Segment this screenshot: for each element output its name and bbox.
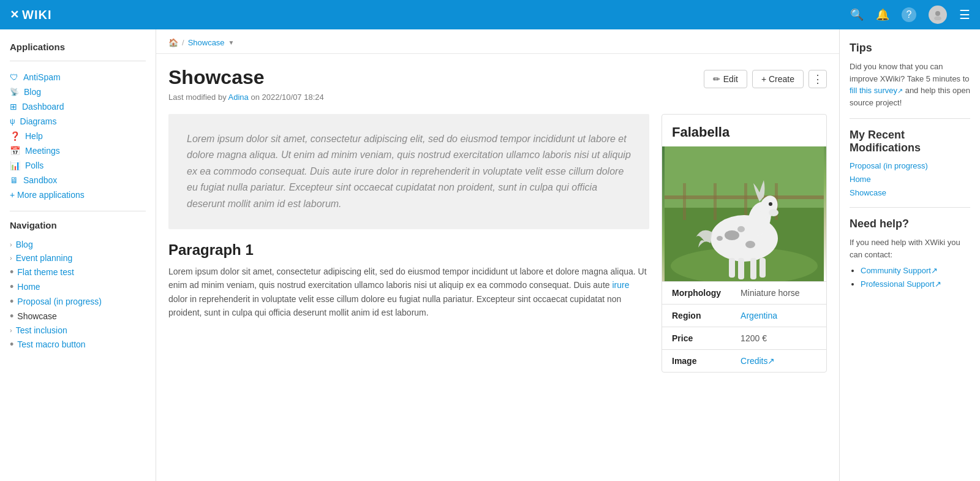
recent-link-home[interactable]: Home (850, 175, 871, 184)
help-text: If you need help with XWiki you can cont… (850, 237, 970, 260)
page-main: Lorem ipsum dolor sit amet, consectetur … (168, 114, 649, 373)
applications-title: Applications (10, 42, 146, 52)
sidebar-item-label: Blog (24, 87, 41, 97)
table-row: Price 1200 € (662, 327, 826, 350)
meta-author[interactable]: Adina (228, 93, 249, 102)
sandbox-icon: 🖥 (10, 175, 18, 185)
nav-link-event-planning[interactable]: Event planning (16, 253, 73, 263)
falabella-image (662, 146, 826, 281)
nav-item-test-macro-button[interactable]: • Test macro button (10, 337, 146, 352)
polls-icon: 📊 (10, 161, 20, 170)
sidebar-item-antispam[interactable]: 🛡 AntiSpam (10, 70, 146, 85)
price-value: 1200 € (731, 327, 826, 350)
professional-support-link[interactable]: Professional Support↗ (861, 279, 941, 289)
page-title-section: Showcase Last modified by Adina on 2022/… (168, 66, 324, 102)
tips-text-before: Did you know that you can improve XWiki?… (850, 62, 970, 83)
tips-title: Tips (850, 42, 970, 55)
sidebar-item-diagrams[interactable]: ψ Diagrams (10, 114, 146, 129)
sidebar-item-meetings[interactable]: 📅 Meetings (10, 143, 146, 158)
create-label: + Create (761, 74, 794, 84)
price-label: Price (662, 327, 731, 350)
nav-item-showcase[interactable]: • Showcase (10, 309, 146, 324)
list-item: Home (850, 174, 970, 184)
sidebar-item-blog[interactable]: 📡 Blog (10, 85, 146, 99)
need-help-title: Need help? (850, 218, 970, 230)
breadcrumb-current[interactable]: Showcase (188, 38, 225, 47)
community-support-link[interactable]: Community Support↗ (861, 266, 938, 275)
svg-point-20 (745, 241, 755, 248)
credits-link[interactable]: Credits↗ (741, 356, 775, 366)
nav-link-proposal[interactable]: Proposal (in progress) (17, 297, 102, 306)
search-icon[interactable]: 🔍 (850, 8, 864, 21)
page-side: Falabella (662, 114, 827, 373)
nav-item-blog[interactable]: › Blog (10, 238, 146, 251)
logo-text: WIKI (22, 8, 51, 22)
svg-point-0 (935, 11, 940, 16)
table-row: Region Argentina (662, 305, 826, 327)
svg-rect-5 (683, 183, 686, 220)
tips-survey-link[interactable]: fill this survey (850, 86, 903, 95)
create-button[interactable]: + Create (752, 70, 804, 88)
sidebar-item-help[interactable]: ❓ Help (10, 129, 146, 143)
topnav-icons: 🔍 🔔 ? ☰ (850, 6, 970, 24)
more-applications-label: + More applications (10, 190, 85, 200)
site-logo[interactable]: ✕ WIKI (10, 8, 51, 22)
help-links-list: Community Support↗ Professional Support↗ (850, 265, 970, 289)
morphology-value: Miniature horse (731, 282, 826, 305)
list-item: Proposal (in progress) (850, 161, 970, 170)
diagrams-icon: ψ (10, 117, 15, 126)
main-content: 🏠 / Showcase ▼ Showcase Last modified by… (156, 29, 839, 481)
svg-point-21 (737, 226, 745, 232)
lorem-text: Lorem ipsum dolor sit amet, consectetur … (187, 131, 631, 212)
image-value: Credits↗ (731, 350, 826, 373)
notifications-icon[interactable]: 🔔 (876, 8, 889, 21)
recent-link-showcase[interactable]: Showcase (850, 188, 886, 197)
more-applications-button[interactable]: + More applications (10, 187, 146, 202)
page-meta: Last modified by Adina on 2022/10/07 18:… (168, 93, 324, 102)
sidebar-item-polls[interactable]: 📊 Polls (10, 158, 146, 173)
sidebar-item-sandbox[interactable]: 🖥 Sandbox (10, 173, 146, 187)
irure-link[interactable]: irure (612, 280, 629, 290)
sidebar-item-dashboard[interactable]: ⊞ Dashboard (10, 99, 146, 114)
nav-item-event-planning[interactable]: › Event planning (10, 251, 146, 265)
top-navigation: ✕ WIKI 🔍 🔔 ? ☰ (0, 0, 980, 29)
nav-item-flat-theme-test[interactable]: • Flat theme test (10, 265, 146, 279)
nav-item-home[interactable]: • Home (10, 279, 146, 294)
falabella-card: Falabella (662, 114, 827, 373)
nav-link-flat-theme-test[interactable]: Flat theme test (17, 267, 74, 277)
dot-icon: • (10, 281, 13, 292)
svg-point-1 (934, 17, 941, 21)
edit-button[interactable]: ✏ Edit (704, 70, 747, 88)
edit-icon: ✏ (713, 74, 720, 84)
list-item: Showcase (850, 187, 970, 197)
svg-rect-16 (738, 258, 744, 279)
arrow-icon: › (10, 254, 12, 262)
nav-link-blog[interactable]: Blog (16, 240, 33, 249)
list-item: Professional Support↗ (861, 279, 970, 289)
recent-link-proposal[interactable]: Proposal (in progress) (850, 161, 928, 170)
meetings-icon: 📅 (10, 146, 20, 156)
nav-link-home[interactable]: Home (17, 282, 40, 292)
nav-link-test-macro-button[interactable]: Test macro button (17, 339, 85, 349)
tips-text: Did you know that you can improve XWiki?… (850, 61, 970, 108)
svg-point-14 (769, 202, 772, 206)
recent-mods-title: My Recent Modifications (850, 129, 970, 154)
main-layout: Applications 🛡 AntiSpam 📡 Blog ⊞ Dashboa… (0, 29, 980, 481)
help-icon[interactable]: ? (902, 7, 916, 22)
region-link[interactable]: Argentina (741, 311, 777, 320)
morphology-label: Morphology (662, 282, 731, 305)
paragraph-text: Lorem ipsum dolor sit amet, consectetur … (168, 265, 649, 320)
home-breadcrumb-icon[interactable]: 🏠 (168, 38, 178, 47)
dot-icon: • (10, 311, 13, 322)
avatar[interactable] (929, 6, 947, 24)
menu-icon[interactable]: ☰ (959, 7, 970, 22)
more-actions-button[interactable]: ⋮ (809, 70, 827, 88)
navigation-title: Navigation (10, 220, 146, 230)
svg-rect-6 (714, 183, 717, 220)
antispam-icon: 🛡 (10, 72, 18, 82)
nav-item-proposal[interactable]: • Proposal (in progress) (10, 294, 146, 309)
nav-link-showcase[interactable]: Showcase (17, 311, 57, 321)
nav-item-test-inclusion[interactable]: › Test inclusion (10, 324, 146, 337)
nav-link-test-inclusion[interactable]: Test inclusion (16, 325, 67, 335)
logo-x: ✕ (10, 8, 20, 21)
